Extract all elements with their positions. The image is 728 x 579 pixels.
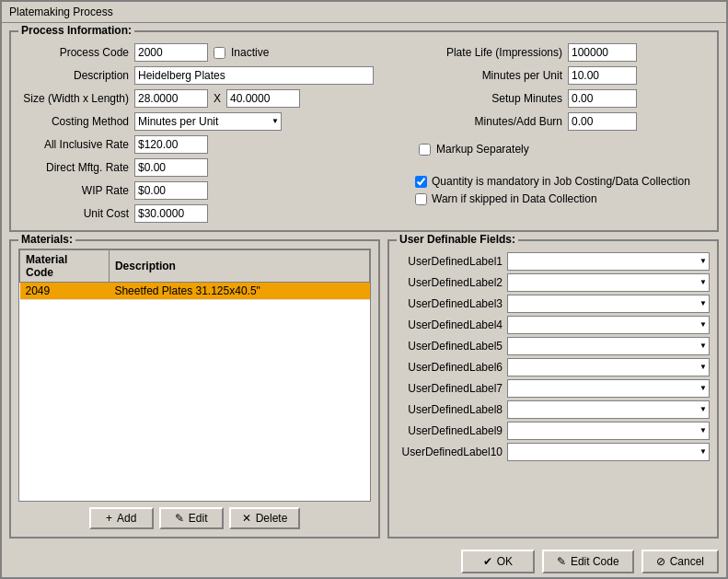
quantity-mandatory-row: Quantity is mandatory in Job Costing/Dat… [415,175,710,205]
cancel-icon: ⊘ [656,555,665,568]
user-field-select-wrapper-10 [507,443,710,461]
user-field-select-6[interactable] [507,358,710,376]
minutes-per-unit-input[interactable] [568,66,637,85]
user-field-select-wrapper-6 [507,358,710,376]
user-field-row-4: UserDefinedLabel4 [397,316,710,334]
size-width-input[interactable] [134,89,208,108]
delete-button[interactable]: ✕ Delete [229,507,301,529]
user-field-select-4[interactable] [507,316,710,334]
costing-method-label: Costing Method [18,115,129,128]
user-field-select-5[interactable] [507,337,710,355]
warn-if-skipped-checkbox[interactable] [415,193,427,205]
user-field-select-3[interactable] [507,295,710,313]
setup-minutes-input[interactable] [568,89,637,108]
wip-rate-input[interactable] [134,181,208,200]
user-field-row-8: UserDefinedLabel8 [397,400,710,419]
warn-if-skipped-label: Warn if skipped in Data Collection [432,192,597,205]
unit-cost-row: Unit Cost [18,204,397,223]
markup-separately-row: Markup Separately [415,143,710,156]
user-field-label-2: UserDefinedLabel2 [397,276,503,289]
user-field-select-wrapper-4 [507,316,710,334]
inactive-label: Inactive [231,46,269,59]
ok-icon: ✔ [483,555,492,568]
user-field-row-3: UserDefinedLabel3 [397,295,710,313]
wip-rate-row: WIP Rate [18,181,397,200]
user-field-select-wrapper-1 [507,252,710,271]
description-label: Description [18,69,129,82]
quantity-mandatory-checkbox[interactable] [415,176,427,188]
process-info-title: Process Information: [18,24,134,37]
description-row: Description [18,66,397,85]
materials-group: Materials: MaterialCode Description 2049… [9,239,380,538]
add-label: Add [117,512,136,525]
user-fields-group: User Definable Fields: UserDefinedLabel1… [387,239,719,538]
size-length-input[interactable] [226,89,300,108]
markup-separately-checkbox[interactable] [419,144,431,156]
plate-life-label: Plate Life (Impressions) [415,46,562,59]
col-description: Description [109,250,369,283]
unit-cost-input[interactable] [134,204,208,223]
delete-icon: ✕ [242,512,251,525]
minutes-per-unit-row: Minutes per Unit [415,66,710,85]
user-field-label-5: UserDefinedLabel5 [397,340,503,353]
edit-code-icon: ✎ [557,555,566,568]
minutes-add-burn-input[interactable] [568,112,637,131]
all-inclusive-row: All Inclusive Rate [18,135,397,154]
table-header-row: MaterialCode Description [20,250,370,283]
edit-button[interactable]: ✎ Edit [159,507,224,529]
ok-label: OK [497,555,513,568]
user-field-label-9: UserDefinedLabel9 [397,424,503,437]
setup-minutes-row: Setup Minutes [415,89,710,108]
user-field-row-1: UserDefinedLabel1 [397,252,710,271]
costing-method-row: Costing Method Minutes per Unit [18,112,397,131]
edit-code-button[interactable]: ✎ Edit Code [542,550,634,573]
title-bar: Platemaking Process [2,2,726,23]
inactive-row: Inactive [214,46,269,59]
main-window: Platemaking Process Process Information:… [0,0,728,579]
process-code-input[interactable] [134,43,208,62]
minutes-per-unit-label: Minutes per Unit [415,69,562,82]
plate-life-row: Plate Life (Impressions) [415,43,710,62]
plate-life-input[interactable] [568,43,637,62]
user-field-select-8[interactable] [507,400,710,419]
materials-buttons: + Add ✎ Edit ✕ Delete [18,507,371,529]
direct-mfng-input[interactable] [134,158,208,177]
user-field-row-7: UserDefinedLabel7 [397,379,710,398]
description-cell: Sheetfed Plates 31.125x40.5" [109,283,369,300]
user-field-select-2[interactable] [507,273,710,292]
user-field-select-wrapper-5 [507,337,710,355]
window-title: Platemaking Process [9,6,113,18]
unit-cost-label: Unit Cost [18,207,129,220]
direct-mfng-row: Direct Mftg. Rate [18,158,397,177]
add-icon: + [106,512,112,525]
user-field-select-9[interactable] [507,422,710,440]
user-field-label-3: UserDefinedLabel3 [397,297,503,310]
costing-method-wrapper: Minutes per Unit [134,112,282,131]
costing-method-select[interactable]: Minutes per Unit [134,112,282,131]
user-field-label-7: UserDefinedLabel7 [397,382,503,395]
user-fields-container: UserDefinedLabel1UserDefinedLabel2UserDe… [397,252,710,461]
footer: ✔ OK ✎ Edit Code ⊘ Cancel [2,546,726,577]
user-field-select-1[interactable] [507,252,710,271]
add-button[interactable]: + Add [89,507,154,529]
all-inclusive-input[interactable] [134,135,208,154]
user-field-select-7[interactable] [507,379,710,398]
materials-title: Materials: [18,233,75,246]
all-inclusive-label: All Inclusive Rate [18,138,129,151]
process-code-row: Process Code Inactive [18,43,397,62]
ok-button[interactable]: ✔ OK [461,550,535,573]
edit-code-label: Edit Code [571,555,619,568]
materials-table-container: MaterialCode Description 2049Sheetfed Pl… [18,249,371,502]
description-input[interactable] [134,66,374,85]
user-field-select-wrapper-3 [507,295,710,313]
user-field-select-wrapper-7 [507,379,710,398]
user-field-row-9: UserDefinedLabel9 [397,422,710,440]
cancel-label: Cancel [670,555,704,568]
inactive-checkbox[interactable] [214,47,225,59]
user-field-row-6: UserDefinedLabel6 [397,358,710,376]
user-field-select-10[interactable] [507,443,710,461]
minutes-add-burn-label: Minutes/Add Burn [415,115,562,128]
x-label: X [214,92,221,105]
cancel-button[interactable]: ⊘ Cancel [641,550,719,573]
table-row[interactable]: 2049Sheetfed Plates 31.125x40.5" [20,283,370,300]
